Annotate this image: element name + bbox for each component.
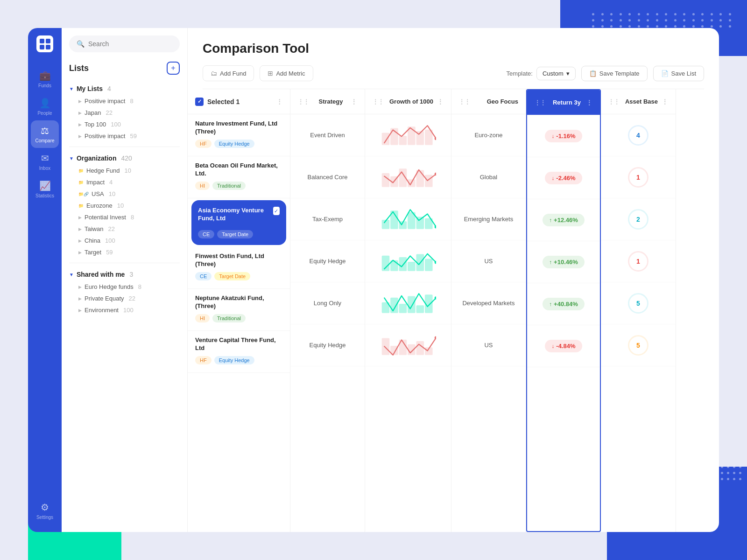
asset-base-cell: 5 xyxy=(601,324,676,366)
section-header-organization[interactable]: ▼Organization420 xyxy=(69,152,180,165)
list-item-name: Impact xyxy=(86,179,105,186)
return-arrow-icon: ↓ xyxy=(551,133,554,140)
content-header: Comparison Tool 🗂 Add Fund ⊞ Add Metric … xyxy=(188,28,719,89)
list-item-count: 59 xyxy=(106,249,113,256)
add-fund-button[interactable]: 🗂 Add Fund xyxy=(203,65,254,81)
nav-label-funds: Funds xyxy=(38,83,51,88)
drag-handle-icon: ⋮⋮ xyxy=(459,98,470,105)
save-list-button[interactable]: 📄 Save List xyxy=(653,66,704,81)
fund-card[interactable]: Asia Economy Venture Fund, Ltd✓CETarget … xyxy=(191,200,286,245)
mini-chart xyxy=(380,331,436,359)
return-value: +12.46% xyxy=(554,217,578,224)
nav-item-people[interactable]: 👤People xyxy=(31,93,59,120)
fund-checkbox[interactable]: ✓ xyxy=(273,207,280,215)
nav-item-statistics[interactable]: 📈Statistics xyxy=(31,175,59,203)
geo-focus-cell: Euro-zone xyxy=(451,114,526,156)
mini-chart xyxy=(380,121,436,149)
list-item[interactable]: ▶Euro Hedge funds8 xyxy=(69,281,180,293)
list-item[interactable]: ▶Environment100 xyxy=(69,304,180,316)
nav-item-funds[interactable]: 💼Funds xyxy=(31,65,59,93)
fund-column-header: ✓Selected 1⋮ xyxy=(188,89,290,114)
lists-header: Lists + xyxy=(69,62,180,75)
template-value: Custom xyxy=(543,70,564,77)
main-container: 💼Funds👤People⚖Compare✉Inbox📈Statistics ⚙… xyxy=(28,28,719,532)
return-3y-cell: ↓-4.84% xyxy=(527,325,600,367)
column-menu-icon[interactable]: ⋮ xyxy=(351,98,357,105)
list-item-name: Eurozone xyxy=(86,202,113,209)
list-item-count: 100 xyxy=(111,121,121,128)
geo-focus-column: ⋮⋮Geo FocusEuro-zoneGlobalEmerging Marke… xyxy=(451,89,526,532)
column-menu-icon[interactable]: ⋮ xyxy=(437,98,444,105)
return-badge: ↓-2.46% xyxy=(545,172,582,184)
section-header-my-lists[interactable]: ▼My Lists4 xyxy=(69,82,180,95)
select-all-checkbox[interactable]: ✓ xyxy=(195,98,204,106)
list-item[interactable]: ▶Taiwan22 xyxy=(69,223,180,235)
column-menu-icon[interactable]: ⋮ xyxy=(586,99,592,106)
sidebar-sections: ▼My Lists4▶Positive impact8▶Japan22▶Top … xyxy=(69,82,180,316)
inbox-icon: ✉ xyxy=(41,153,49,164)
list-item[interactable]: ▶China100 xyxy=(69,235,180,246)
svg-rect-26 xyxy=(425,259,433,271)
save-template-button[interactable]: 📋 Save Template xyxy=(581,66,648,81)
more-options-icon[interactable]: ⋮ xyxy=(276,98,282,105)
search-input[interactable] xyxy=(88,40,172,48)
fund-card[interactable]: Beta Ocean Oil Fund Market, Ltd.HITradit… xyxy=(188,156,290,198)
list-arrow-icon: ▶ xyxy=(78,285,82,289)
list-item[interactable]: ▶Private Equaty22 xyxy=(69,293,180,304)
list-item[interactable]: 📁Hedge Fund10 xyxy=(69,165,180,176)
logo-dot xyxy=(46,39,50,43)
chevron-icon: ▼ xyxy=(69,86,74,91)
save-template-label: Save Template xyxy=(599,70,640,77)
strategy-value: Tax-Exemp xyxy=(312,216,343,223)
list-item-count: 22 xyxy=(106,109,112,116)
section-header-shared-with-me[interactable]: ▼Shared with me3 xyxy=(69,268,180,281)
list-item-count: 8 xyxy=(130,98,133,105)
strategy-value: Long Only xyxy=(314,300,341,307)
list-item[interactable]: ▶Target59 xyxy=(69,246,180,258)
fund-card[interactable]: Finwest Ostin Fund, Ltd (Three)CETarget … xyxy=(188,247,290,289)
mini-chart xyxy=(380,289,436,317)
strategy-value: Equity Hedge xyxy=(309,258,345,265)
fund-tag: HI xyxy=(195,314,210,322)
list-item[interactable]: ▶Japan22 xyxy=(69,107,180,119)
chevron-down-icon: ▾ xyxy=(566,70,570,77)
search-box[interactable]: 🔍 xyxy=(69,35,180,52)
list-item[interactable]: ▶Positive impact8 xyxy=(69,95,180,107)
geo-focus-value: Developed Markets xyxy=(462,300,514,307)
fund-card[interactable]: Neptune Akatzuki Fund, (Three)HITraditio… xyxy=(188,289,290,331)
fund-card[interactable]: Venture Capital Three Fund, LtdHFEquity … xyxy=(188,331,290,373)
section-title: Shared with me xyxy=(77,271,125,278)
return-arrow-icon: ↑ xyxy=(549,217,552,224)
return-3y-cell: ↓-1.16% xyxy=(527,115,600,157)
section-shared-with-me: ▼Shared with me3▶Euro Hedge funds8▶Priva… xyxy=(69,268,180,316)
list-item[interactable]: 📁Impact4 xyxy=(69,176,180,188)
nav-item-settings[interactable]: ⚙ Settings xyxy=(31,497,59,525)
add-list-button[interactable]: + xyxy=(167,62,180,75)
save-template-icon: 📋 xyxy=(589,70,597,77)
section-title: My Lists xyxy=(77,85,103,92)
fund-tag: Traditional xyxy=(212,182,246,190)
list-item[interactable]: ▶Top 100100 xyxy=(69,119,180,130)
sidebar: 🔍 Lists + ▼My Lists4▶Positive impact8▶Ja… xyxy=(62,28,188,532)
nav-logo xyxy=(36,35,53,52)
list-item[interactable]: 📁Eurozone10 xyxy=(69,200,180,211)
nav-item-inbox[interactable]: ✉Inbox xyxy=(31,148,59,175)
template-select[interactable]: Custom ▾ xyxy=(536,67,576,80)
list-item-count: 8 xyxy=(131,214,134,221)
return-value: -1.16% xyxy=(556,133,575,140)
logo-dot xyxy=(46,45,50,49)
nav-item-compare[interactable]: ⚖Compare xyxy=(31,120,59,148)
list-item-count: 10 xyxy=(125,167,131,174)
list-item[interactable]: 📁🔗USA10 xyxy=(69,188,180,200)
fund-card[interactable]: Nature Investment Fund, Ltd (Three)HFEqu… xyxy=(188,114,290,156)
asset-circle: 5 xyxy=(628,293,648,314)
column-menu-icon[interactable]: ⋮ xyxy=(662,98,668,105)
list-item[interactable]: ▶Potential Invest8 xyxy=(69,211,180,223)
section-organization: ▼Organization420📁Hedge Fund10📁Impact4📁🔗U… xyxy=(69,152,180,263)
svg-rect-29 xyxy=(390,297,398,313)
fund-tags: HFEquity Hedge xyxy=(195,140,282,148)
strategy-column: ⋮⋮Strategy⋮Event DrivenBalanced CoreTax-… xyxy=(290,89,365,532)
add-metric-button[interactable]: ⊞ Add Metric xyxy=(260,65,313,81)
list-item[interactable]: ▶Positive impact59 xyxy=(69,130,180,142)
list-item-count: 59 xyxy=(130,133,136,140)
